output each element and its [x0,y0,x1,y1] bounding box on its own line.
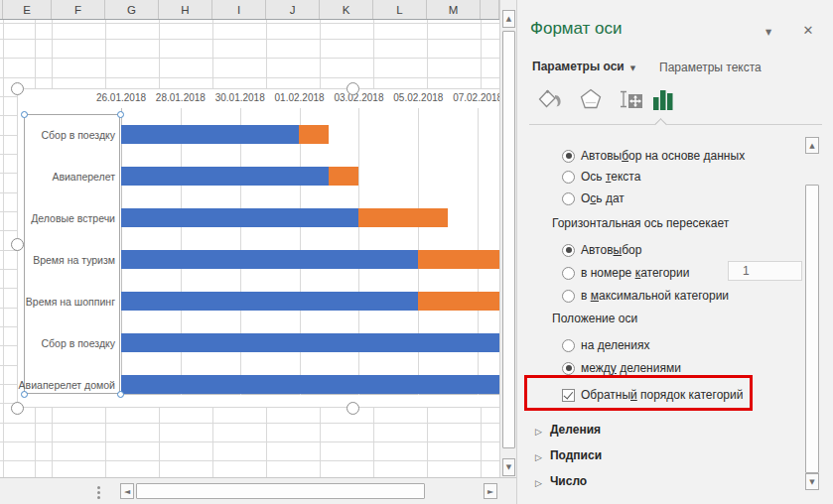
column-header-partial [481,0,499,19]
date-axis[interactable]: 26.01.201828.01.201830.01.201801.02.2018… [18,89,499,107]
category-label: Сбор в поездку [42,128,116,142]
column-header-G[interactable]: G [105,0,159,19]
radio-row[interactable]: Автовыбор [562,242,641,258]
option-label: на делениях [581,338,649,352]
column-header-M[interactable]: M [427,0,481,19]
gantt-bar-duration[interactable] [418,292,499,311]
collapsed-section[interactable]: Число [535,473,587,489]
column-header-I[interactable]: I [212,0,266,19]
category-label: Время на шоппинг [26,295,115,309]
radio-row[interactable]: Ось дат [562,190,625,206]
radio-button[interactable] [562,244,575,257]
sheet-bottom-bar [0,477,516,504]
radio-button[interactable] [562,192,575,205]
category-axis-line [121,394,499,395]
category-label: Авиаперелет [52,170,115,184]
gantt-bar-start[interactable] [121,125,299,144]
expand-triangle-icon [535,421,542,439]
option-label: между делениями [581,361,681,375]
chart-selection-handle[interactable] [347,402,359,415]
expand-triangle-icon [535,446,542,464]
category-label: Время на туризм [33,253,115,267]
option-label: Автовыбор на основе данных [581,149,745,163]
scroll-left-arrow[interactable] [120,483,134,499]
scroll-down-arrow[interactable] [502,458,515,476]
gantt-bar-start[interactable] [121,208,358,227]
scroll-up-arrow[interactable] [502,10,515,28]
axis-selection-handle[interactable] [117,391,124,398]
date-tick-label: 07.02.2018 [443,92,499,103]
category-label: Деловые встречи [31,211,115,225]
radio-button[interactable] [562,267,575,280]
chart-selection-handle[interactable] [11,82,24,95]
radio-button[interactable] [562,150,575,163]
expand-triangle-icon [535,472,542,490]
horizontal-scroll-thumb[interactable] [136,483,425,499]
axis-selection-handle[interactable] [21,391,28,398]
option-label: Ось дат [581,191,625,205]
column-header-E[interactable]: E [3,0,52,19]
vertical-scroll-thumb[interactable] [502,31,515,448]
excel-window: EFGHIJKLM 26.01.201828.01.201830.01.2018… [0,0,833,504]
radio-row[interactable]: в максимальной категории [562,288,729,304]
option-label: Обратный порядок категорий [581,388,743,402]
radio-row[interactable]: в номере категории [562,265,689,281]
gantt-bar-start[interactable] [121,167,329,186]
category-label: Авиаперелет домой [19,378,115,392]
options-group-heading: Положение оси [552,312,637,325]
column-header-H[interactable]: H [159,0,212,19]
category-number-input[interactable] [728,261,802,281]
category-axis-labels[interactable]: Сбор в поездкуАвиаперелетДеловые встречи… [24,114,120,394]
column-header-J[interactable]: J [266,0,320,19]
axis-options-list: Автовыбор на основе данныхОсь текстаОсь … [517,0,833,504]
tab-splitter-handle[interactable] [97,484,101,501]
checkbox[interactable] [562,389,575,402]
collapsed-section[interactable]: Деления [535,422,601,438]
radio-row[interactable]: между делениями [562,360,681,376]
section-label: Деления [550,423,601,437]
options-group-heading: Горизонтальная ось пересекает [552,216,729,230]
option-label: Ось текста [581,170,640,184]
scroll-right-arrow[interactable] [484,483,497,499]
gantt-bar-duration[interactable] [299,125,329,144]
collapsed-section[interactable]: Подписи [535,447,602,463]
gantt-bar-start[interactable] [121,375,499,394]
axis-selection-handle[interactable] [21,111,28,118]
gridline [3,20,4,477]
gantt-chart[interactable]: 26.01.201828.01.201830.01.201801.02.2018… [17,88,499,408]
gantt-bar-start[interactable] [121,292,418,311]
gantt-bar-duration[interactable] [418,250,499,269]
gantt-bar-duration[interactable] [358,208,448,227]
category-label: Сбор в поездку [42,336,116,350]
section-label: Подписи [550,448,602,462]
radio-button[interactable] [562,362,575,375]
pane-scroll-thumb[interactable] [805,185,819,473]
gantt-bar-start[interactable] [121,250,418,269]
gantt-bar-start[interactable] [121,333,499,352]
section-label: Число [550,474,587,488]
radio-row[interactable]: Автовыбор на основе данных [562,148,745,164]
gantt-bar-duration[interactable] [329,167,358,186]
pane-scroll-down-arrow[interactable] [805,473,819,490]
radio-button[interactable] [562,171,575,184]
column-header-F[interactable]: F [52,0,105,19]
option-label: в максимальной категории [581,289,729,303]
sheet-vertical-scrollbar[interactable] [499,0,516,477]
reverse-order-checkbox-row[interactable]: Обратный порядок категорий [562,387,743,403]
radio-button[interactable] [562,339,575,352]
column-headers: EFGHIJKLM [0,0,499,20]
chart-selection-handle[interactable] [11,238,24,251]
chart-selection-handle[interactable] [11,402,24,415]
column-header-L[interactable]: L [373,0,427,19]
pane-scroll-up-arrow[interactable] [805,137,819,154]
column-header-K[interactable]: K [320,0,373,19]
option-label: в номере категории [581,266,689,280]
format-axis-panel: Формат оси Параметры оси Параметры текст… [516,0,833,504]
option-label: Автовыбор [581,243,641,257]
radio-row[interactable]: Ось текста [562,169,640,185]
axis-selection-handle[interactable] [117,111,124,118]
radio-row[interactable]: на делениях [562,337,649,353]
chart-selection-handle[interactable] [347,82,359,95]
radio-button[interactable] [562,290,575,303]
